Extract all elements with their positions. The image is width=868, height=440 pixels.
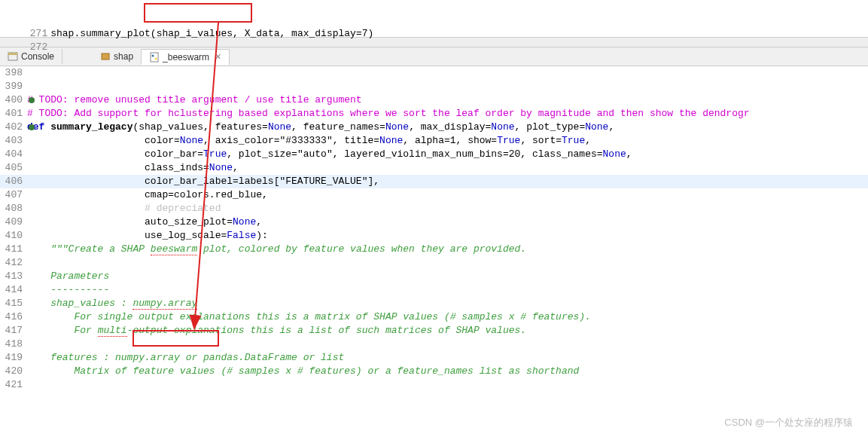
tab-bar: Console shap _beeswarm ✕ bbox=[0, 47, 868, 66]
editor-line[interactable]: 407 cmap=colors.red_blue, bbox=[0, 188, 868, 202]
tab-label: shap bbox=[114, 51, 133, 62]
line-content: """Create a SHAP beeswarm plot, colored … bbox=[27, 243, 868, 256]
editor-line[interactable]: 419 features : numpy.array or pandas.Dat… bbox=[0, 351, 868, 365]
line-number: 412 bbox=[0, 256, 27, 270]
editor-line[interactable]: 415 shap_values : numpy.array bbox=[0, 297, 868, 310]
line-number: 409 bbox=[0, 215, 27, 229]
console-icon bbox=[8, 51, 18, 62]
line-content: color_bar=True, plot_size="auto", layere… bbox=[27, 148, 868, 161]
editor-line[interactable]: 398 bbox=[0, 66, 868, 80]
line-number: 414 bbox=[0, 283, 27, 297]
tab-label: _beeswarm bbox=[163, 52, 209, 63]
line-content: auto_size_plot=None, bbox=[27, 215, 868, 229]
line-number: 398 bbox=[0, 66, 27, 80]
editor-line[interactable]: 404 color_bar=True, plot_size="auto", la… bbox=[0, 148, 868, 161]
line-number: 419 bbox=[0, 351, 27, 365]
line-number: 410 bbox=[0, 229, 27, 243]
top-line-271[interactable]: 271shap.summary_plot(shap_i_values, X_da… bbox=[0, 14, 868, 27]
editor-line[interactable]: 403 color=None, axis_color="#333333", ti… bbox=[0, 134, 868, 148]
line-number: 399 bbox=[0, 80, 27, 93]
line-content: Parameters bbox=[27, 270, 868, 283]
line-content: For single output explanations this is a… bbox=[27, 310, 868, 324]
line-content: shap_values : numpy.array bbox=[27, 297, 868, 310]
editor-line[interactable]: 421 bbox=[0, 378, 868, 392]
tab-console[interactable]: Console bbox=[0, 49, 62, 64]
line-content bbox=[27, 378, 868, 392]
line-content: color_bar_label=labels["FEATURE_VALUE"], bbox=[27, 175, 868, 188]
line-number: 416 bbox=[0, 310, 27, 324]
highlighted-arg: shap_i_values, bbox=[157, 28, 245, 39]
tab-beeswarm[interactable]: _beeswarm ✕ bbox=[142, 49, 230, 65]
line-number: 400 bbox=[0, 93, 27, 107]
line-content: features : numpy.array or pandas.DataFra… bbox=[27, 351, 868, 365]
svg-rect-1 bbox=[8, 53, 17, 55]
line-content: # depreciated bbox=[27, 202, 868, 215]
editor-line[interactable]: 410 use_log_scale=False): bbox=[0, 229, 868, 243]
editor-line[interactable]: 400# TODO: remove unused title argument … bbox=[0, 93, 868, 107]
tab-shap[interactable]: shap bbox=[93, 49, 142, 64]
line-content bbox=[27, 256, 868, 270]
annotation-box-top bbox=[144, 3, 252, 23]
code-text: shap.summary_plot( bbox=[50, 28, 156, 39]
editor-line[interactable]: 417 For multi-output explanations this i… bbox=[0, 324, 868, 338]
editor-line[interactable]: 413 Parameters bbox=[0, 270, 868, 283]
svg-point-5 bbox=[155, 57, 157, 60]
line-content: # TODO: Add support for hclustering base… bbox=[27, 107, 868, 121]
editor-line[interactable]: 412 bbox=[0, 256, 868, 270]
editor-line[interactable]: 420 Matrix of feature values (# samples … bbox=[0, 365, 868, 378]
package-icon bbox=[100, 51, 111, 62]
main-editor-pane[interactable]: 398399400# TODO: remove unused title arg… bbox=[0, 66, 868, 392]
tab-label: Console bbox=[21, 51, 54, 62]
annotation-box-bottom bbox=[132, 330, 219, 347]
line-content: use_log_scale=False): bbox=[27, 229, 868, 243]
line-number: 420 bbox=[0, 365, 27, 378]
editor-line[interactable]: 405 class_inds=None, bbox=[0, 161, 868, 175]
close-icon[interactable]: ✕ bbox=[215, 52, 221, 62]
svg-rect-3 bbox=[151, 53, 158, 62]
line-content: Matrix of feature values (# samples x # … bbox=[27, 365, 868, 378]
line-number: 401 bbox=[0, 107, 27, 121]
svg-point-4 bbox=[152, 54, 154, 57]
line-number: 407 bbox=[0, 188, 27, 202]
editor-line[interactable]: 408 # depreciated bbox=[0, 202, 868, 215]
editor-line[interactable]: 418 bbox=[0, 338, 868, 351]
line-number: 417 bbox=[0, 324, 27, 338]
line-content: def summary_legacy(shap_values, features… bbox=[27, 121, 868, 134]
gutter-marker-icon bbox=[29, 124, 35, 130]
editor-line[interactable]: 416 For single output explanations this … bbox=[0, 310, 868, 324]
watermark-text: CSDN @一个处女座的程序猿 bbox=[724, 416, 853, 429]
python-file-icon bbox=[149, 52, 160, 63]
line-number: 403 bbox=[0, 134, 27, 148]
editor-line[interactable]: 402def summary_legacy(shap_values, featu… bbox=[0, 121, 868, 134]
line-content bbox=[27, 66, 868, 80]
editor-line[interactable]: 409 auto_size_plot=None, bbox=[0, 215, 868, 229]
editor-line[interactable]: 414 ---------- bbox=[0, 283, 868, 297]
gutter-marker-icon bbox=[29, 97, 35, 103]
code-text: X_data, max_display=7) bbox=[245, 28, 374, 39]
line-number: 411 bbox=[0, 243, 27, 256]
line-content: cmap=colors.red_blue, bbox=[27, 188, 868, 202]
line-num-271: 271 bbox=[23, 27, 50, 41]
editor-line[interactable]: 406 color_bar_label=labels["FEATURE_VALU… bbox=[0, 175, 868, 188]
line-number: 418 bbox=[0, 338, 27, 351]
line-number: 405 bbox=[0, 161, 27, 175]
line-content: class_inds=None, bbox=[27, 161, 868, 175]
line-number: 402 bbox=[0, 121, 27, 134]
line-number: 404 bbox=[0, 148, 27, 161]
line-content: # TODO: remove unused title argument / u… bbox=[27, 93, 868, 107]
line-content bbox=[27, 80, 868, 93]
editor-line[interactable]: 399 bbox=[0, 80, 868, 93]
editor-line[interactable]: 411 """Create a SHAP beeswarm plot, colo… bbox=[0, 243, 868, 256]
line-content: color=None, axis_color="#333333", title=… bbox=[27, 134, 868, 148]
line-content: ---------- bbox=[27, 283, 868, 297]
line-number: 421 bbox=[0, 378, 27, 392]
line-number: 408 bbox=[0, 202, 27, 215]
svg-rect-2 bbox=[102, 53, 109, 60]
top-editor-pane: 270 271shap.summary_plot(shap_i_values, … bbox=[0, 0, 868, 38]
line-number: 406 bbox=[0, 175, 27, 188]
line-number: 415 bbox=[0, 297, 27, 310]
line-number: 413 bbox=[0, 270, 27, 283]
editor-line[interactable]: 401# TODO: Add support for hclustering b… bbox=[0, 107, 868, 121]
